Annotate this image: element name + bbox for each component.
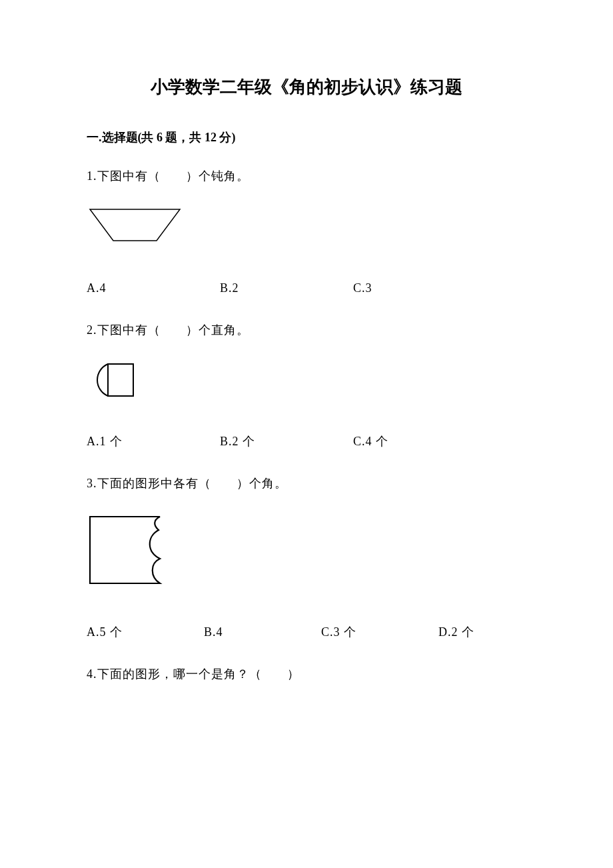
question-4-text: 4.下面的图形，哪一个是角？（ ） bbox=[87, 665, 526, 684]
square-wavy-icon bbox=[87, 513, 167, 590]
q2-option-b: B.2 个 bbox=[220, 432, 353, 451]
svg-rect-1 bbox=[108, 364, 133, 396]
question-2-text: 2.下图中有（ ）个直角。 bbox=[87, 321, 526, 340]
q1-option-b: B.2 bbox=[220, 279, 353, 298]
q3-option-b: B.4 bbox=[204, 623, 321, 642]
question-1-text: 1.下图中有（ ）个钝角。 bbox=[87, 167, 526, 186]
question-4: 4.下面的图形，哪一个是角？（ ） bbox=[87, 665, 526, 684]
q1-option-a: A.4 bbox=[87, 279, 220, 298]
svg-marker-0 bbox=[90, 209, 180, 241]
question-2: 2.下图中有（ ）个直角。 A.1 个 B.2 个 C.4 个 bbox=[87, 321, 526, 451]
question-1-figure bbox=[87, 206, 526, 252]
q2-option-c: C.4 个 bbox=[353, 432, 486, 451]
page-title: 小学数学二年级《角的初步认识》练习题 bbox=[87, 73, 526, 101]
q3-option-c: C.3 个 bbox=[321, 623, 438, 642]
question-1: 1.下图中有（ ）个钝角。 A.4 B.2 C.3 bbox=[87, 167, 526, 297]
question-3-figure bbox=[87, 513, 526, 596]
question-3-text: 3.下面的图形中各有（ ）个角。 bbox=[87, 474, 526, 493]
q1-option-c: C.3 bbox=[353, 279, 486, 298]
semicircle-square-icon bbox=[87, 360, 140, 400]
q3-option-d: D.2 个 bbox=[438, 623, 526, 642]
trapezoid-icon bbox=[87, 206, 183, 246]
question-1-options: A.4 B.2 C.3 bbox=[87, 279, 526, 298]
q2-option-a: A.1 个 bbox=[87, 432, 220, 451]
question-3: 3.下面的图形中各有（ ）个角。 A.5 个 B.4 C.3 个 D.2 个 bbox=[87, 474, 526, 641]
section-header: 一.选择题(共 6 题，共 12 分) bbox=[87, 128, 526, 147]
q3-option-a: A.5 个 bbox=[87, 623, 204, 642]
question-2-figure bbox=[87, 360, 526, 406]
question-2-options: A.1 个 B.2 个 C.4 个 bbox=[87, 432, 526, 451]
question-3-options: A.5 个 B.4 C.3 个 D.2 个 bbox=[87, 623, 526, 642]
